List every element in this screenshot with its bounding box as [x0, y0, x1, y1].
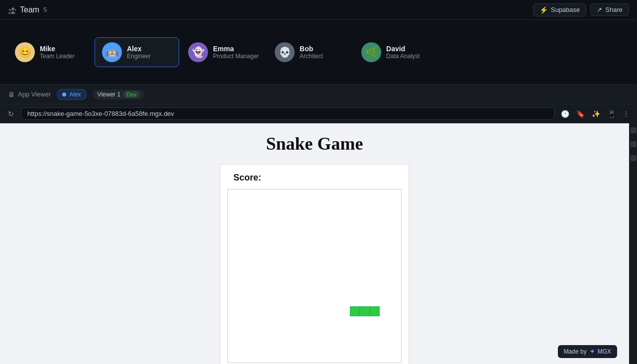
- team-member-mike[interactable]: 😊MikeTeam Leader: [8, 37, 93, 67]
- team-member-bob[interactable]: 💀BobArchitect: [268, 37, 352, 67]
- right-panel: [629, 123, 637, 364]
- supabase-label: Supabase: [551, 6, 580, 13]
- avatar-bob: 💀: [275, 42, 295, 62]
- tab-viewer-label: Viewer 1: [98, 91, 120, 98]
- supabase-button[interactable]: ⚡ Supabase: [533, 3, 587, 16]
- tab-viewer1[interactable]: Viewer 1 Dev: [93, 90, 144, 99]
- member-name-david: David: [386, 45, 420, 53]
- snake-segment-0: [350, 306, 360, 316]
- refresh-button[interactable]: ↻: [6, 108, 16, 120]
- sparkle-icon-btn[interactable]: ✨: [590, 108, 602, 119]
- dev-badge: Dev: [123, 91, 139, 98]
- member-name-bob: Bob: [300, 45, 323, 53]
- right-panel-btn-1[interactable]: [631, 127, 637, 133]
- url-actions: 🕐 🔖 ✨ 📱 ⋮: [559, 108, 631, 119]
- team-row: 😊MikeTeam Leader🤖AlexEngineer👻EmmaProduc…: [0, 20, 637, 85]
- made-by-label: Made by: [564, 348, 587, 355]
- supabase-icon: ⚡: [539, 6, 548, 14]
- tab-alex-label: Alex: [69, 91, 81, 98]
- mgx-badge: Made by ✦ MGX: [558, 345, 617, 358]
- snake-segment-2: [370, 306, 380, 316]
- app-viewer-text: App Viewer: [18, 91, 51, 98]
- mgx-logo: ✦: [590, 348, 595, 355]
- member-info-david: DavidData Analyst: [386, 45, 420, 60]
- mgx-brand: MGX: [598, 348, 611, 355]
- app-viewer-bar: 🖥 App Viewer Alex Viewer 1 Dev: [0, 85, 637, 104]
- browser-viewport: Snake Game Score: Made by ✦ MGX: [0, 123, 629, 364]
- team-label: Team: [20, 5, 39, 14]
- share-icon: ↗: [597, 6, 602, 13]
- url-input[interactable]: [21, 107, 554, 120]
- monitor-icon: 🖥: [8, 91, 15, 98]
- team-member-alex[interactable]: 🤖AlexEngineer: [95, 37, 179, 67]
- clock-icon-btn[interactable]: 🕐: [559, 108, 571, 119]
- url-bar-row: ↻ 🕐 🔖 ✨ 📱 ⋮: [0, 104, 637, 123]
- snake-segment-1: [360, 306, 370, 316]
- more-icon-btn[interactable]: ⋮: [621, 108, 631, 119]
- game-canvas[interactable]: [227, 189, 402, 363]
- alex-dot: [62, 92, 66, 96]
- app-viewer-label: 🖥 App Viewer: [8, 91, 51, 98]
- game-page: Snake Game Score:: [0, 123, 629, 364]
- right-panel-btn-3[interactable]: [631, 155, 637, 161]
- member-name-alex: Alex: [127, 45, 151, 53]
- right-panel-btn-2[interactable]: [631, 141, 637, 147]
- avatar-david: 🌿: [361, 42, 381, 62]
- member-name-mike: Mike: [40, 45, 75, 53]
- tab-alex[interactable]: Alex: [57, 89, 86, 100]
- member-info-bob: BobArchitect: [300, 45, 323, 60]
- share-label: Share: [605, 6, 623, 13]
- top-bar-right: ⚡ Supabase ↗ Share: [533, 3, 629, 16]
- avatar-mike: 😊: [15, 42, 35, 62]
- member-role-emma: Product Manager: [213, 53, 259, 60]
- member-info-mike: MikeTeam Leader: [40, 45, 75, 60]
- avatar-alex: 🤖: [102, 42, 122, 62]
- top-bar-left: Team 5: [8, 5, 47, 14]
- top-bar: Team 5 ⚡ Supabase ↗ Share: [0, 0, 637, 20]
- member-info-alex: AlexEngineer: [127, 45, 151, 60]
- game-container: Score:: [220, 164, 409, 364]
- score-label: Score:: [228, 173, 261, 183]
- avatar-emma: 👻: [188, 42, 208, 62]
- member-role-mike: Team Leader: [40, 53, 75, 60]
- team-member-david[interactable]: 🌿DavidData Analyst: [354, 37, 439, 67]
- mobile-icon-btn[interactable]: 📱: [606, 108, 617, 119]
- member-role-bob: Architect: [300, 53, 323, 60]
- game-title: Snake Game: [266, 133, 363, 154]
- team-member-emma[interactable]: 👻EmmaProduct Manager: [181, 37, 266, 67]
- main-area: Snake Game Score: Made by ✦ MGX: [0, 123, 637, 364]
- member-role-david: Data Analyst: [386, 53, 420, 60]
- member-name-emma: Emma: [213, 45, 259, 53]
- member-role-alex: Engineer: [127, 53, 151, 60]
- share-button[interactable]: ↗ Share: [590, 3, 629, 16]
- team-count: 5: [43, 6, 47, 13]
- member-info-emma: EmmaProduct Manager: [213, 45, 259, 60]
- bookmark-icon-btn[interactable]: 🔖: [575, 108, 586, 119]
- team-icon: [8, 6, 16, 14]
